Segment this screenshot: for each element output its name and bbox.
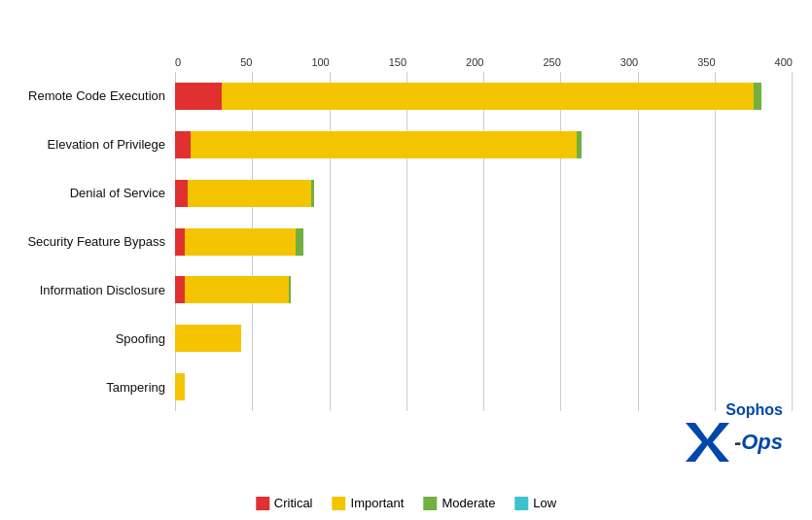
bar-row: Information Disclosure: [19, 265, 793, 314]
bar-label: Tampering: [19, 380, 175, 395]
moderate-segment: [577, 131, 582, 158]
moderate-segment: [289, 276, 291, 303]
bar-rows: Remote Code ExecutionElevation of Privil…: [19, 72, 793, 411]
bars-area: Remote Code ExecutionElevation of Privil…: [19, 72, 793, 411]
xops-container: -Ops: [681, 418, 783, 467]
important-segment: [188, 180, 311, 207]
axis-label: 150: [389, 56, 406, 68]
bar-track: [175, 228, 793, 256]
bar-label: Denial of Service: [19, 186, 175, 200]
bar-track: [175, 83, 793, 110]
critical-segment: [175, 228, 185, 256]
bar-row: Elevation of Privilege: [19, 121, 793, 169]
important-segment: [222, 83, 755, 110]
legend-color-box: [256, 497, 269, 510]
important-segment: [175, 373, 185, 400]
moderate-segment: [754, 83, 761, 110]
legend-item: Critical: [256, 496, 313, 510]
legend-color-box: [333, 497, 346, 510]
bar-label: Remote Code Execution: [19, 88, 175, 103]
critical-segment: [175, 131, 191, 158]
chart-area: 050100150200250300350400 Remote Code Exe…: [19, 56, 793, 411]
axis-label: 300: [620, 56, 638, 68]
bar-row: Security Feature Bypass: [19, 218, 793, 266]
ops-text: Ops: [741, 430, 783, 454]
legend-color-box: [514, 497, 528, 510]
axis-labels: 050100150200250300350400: [175, 56, 793, 68]
important-segment: [185, 276, 290, 303]
axis-label: 200: [466, 56, 483, 68]
legend: CriticalImportantModerateLow: [256, 496, 556, 510]
legend-label: Important: [351, 496, 405, 510]
axis-label: 400: [775, 56, 793, 68]
bar-label: Spoofing: [19, 331, 175, 346]
critical-segment: [175, 180, 188, 207]
bar-row: Remote Code Execution: [19, 72, 793, 121]
legend-label: Critical: [274, 496, 313, 510]
sophos-text: Sophos: [725, 402, 783, 418]
important-segment: [175, 325, 241, 352]
legend-label: Moderate: [441, 496, 495, 510]
chart-container: 050100150200250300350400 Remote Code Exe…: [0, 0, 812, 520]
svg-marker-0: [686, 423, 729, 462]
critical-segment: [175, 83, 222, 110]
axis-label: 50: [240, 56, 252, 68]
moderate-segment: [296, 228, 303, 256]
legend-item: Important: [333, 496, 405, 510]
axis-row: 050100150200250300350400: [175, 56, 793, 68]
axis-label: 250: [543, 56, 560, 68]
moderate-segment: [311, 180, 314, 207]
bar-row: Spoofing: [19, 314, 793, 363]
chart-title: [19, 19, 793, 45]
critical-segment: [175, 276, 185, 303]
bar-row: Denial of Service: [19, 169, 793, 218]
axis-label: 100: [311, 56, 329, 68]
bar-track: [175, 180, 793, 207]
sophos-logo: Sophos -Ops: [681, 402, 783, 467]
legend-color-box: [423, 497, 437, 510]
legend-item: Moderate: [423, 496, 495, 510]
bar-label: Elevation of Privilege: [19, 137, 175, 152]
legend-label: Low: [533, 496, 556, 510]
x-icon: [681, 418, 734, 467]
bar-track: [175, 325, 793, 352]
bar-track: [175, 373, 793, 400]
important-segment: [191, 131, 577, 158]
important-segment: [185, 228, 296, 256]
axis-label: 0: [175, 56, 181, 68]
bar-label: Security Feature Bypass: [19, 234, 175, 249]
bar-row: Tampering: [19, 363, 793, 411]
axis-label: 350: [697, 56, 715, 68]
bar-label: Information Disclosure: [19, 283, 175, 297]
legend-item: Low: [514, 496, 556, 510]
bar-track: [175, 131, 793, 158]
bar-track: [175, 276, 793, 303]
